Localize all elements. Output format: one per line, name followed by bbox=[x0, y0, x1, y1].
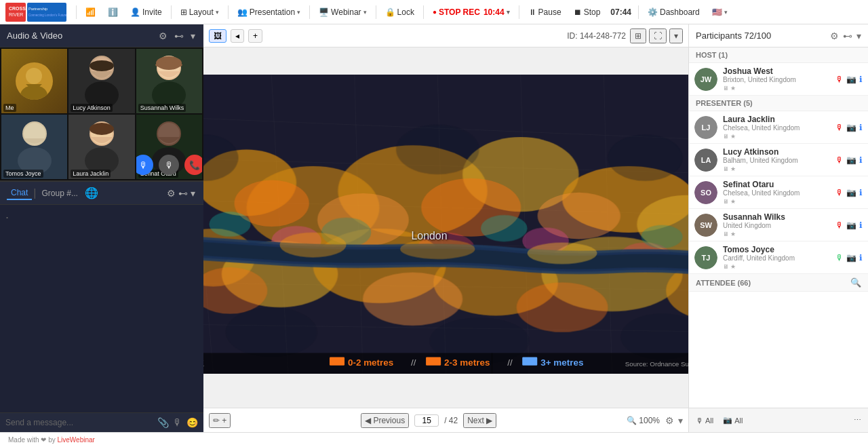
svg-text:Connecting London's Future Tog: Connecting London's Future Together bbox=[28, 14, 66, 17]
video-joshua[interactable]: 📷 bbox=[846, 75, 856, 84]
next-button[interactable]: Next ▶ bbox=[463, 413, 496, 428]
presentation-button[interactable]: 👥 Presentation ▾ bbox=[233, 5, 305, 19]
pause-button[interactable]: ⏸ Pause bbox=[524, 5, 566, 19]
mic-joshua[interactable]: 🎙 bbox=[835, 75, 844, 84]
slide-id: ID: 144-248-772 bbox=[567, 31, 626, 41]
badge-star: ★ bbox=[730, 85, 736, 92]
end-call-button[interactable]: 📞 bbox=[184, 155, 202, 175]
chat-messages: · bbox=[0, 205, 203, 412]
svg-text:CROSS: CROSS bbox=[9, 6, 26, 11]
location-lucy: Balham, United Kingdom bbox=[723, 157, 830, 164]
tab-chat[interactable]: Chat bbox=[7, 187, 32, 200]
video-label-tomos: Tomos Joyce bbox=[3, 170, 43, 178]
svg-rect-87 bbox=[522, 357, 537, 366]
video-susannah[interactable]: 📷 bbox=[846, 220, 856, 230]
flag-button[interactable]: 🇺🇸 ▾ bbox=[707, 5, 732, 19]
layout-button[interactable]: ⊞ Layout ▾ bbox=[176, 5, 224, 19]
chat-expand-icon[interactable]: ⊷ bbox=[177, 187, 189, 200]
mic-input-icon[interactable]: 🎙 bbox=[173, 417, 182, 428]
svg-text://: // bbox=[411, 357, 416, 368]
participant-row-susannah: SW Susannah Wilks United Kingdom 🖥 ★ 🎙 📷… bbox=[689, 209, 868, 241]
dashboard-button[interactable]: ⚙️ Dashboard bbox=[643, 5, 705, 19]
info-lucy: Lucy Atkinson Balham, United Kingdom 🖥 ★ bbox=[723, 147, 830, 172]
mic-active-tomos[interactable]: 🎙 bbox=[835, 253, 844, 263]
chat-input[interactable] bbox=[5, 418, 153, 427]
settings-footer-icon[interactable]: ⚙ bbox=[665, 415, 674, 426]
chat-settings-icon[interactable]: ⚙ bbox=[165, 187, 177, 200]
tab-group[interactable]: Group #... bbox=[38, 187, 82, 199]
expand-icon[interactable]: ⊷ bbox=[173, 29, 185, 43]
avatar-sefinat: SO bbox=[694, 181, 717, 204]
info-laura-icon[interactable]: ℹ bbox=[859, 123, 863, 132]
page-input[interactable] bbox=[414, 414, 439, 427]
mic-lucy[interactable]: 🎙 bbox=[835, 155, 844, 165]
livewebinar-link[interactable]: LiveWebinar bbox=[57, 436, 94, 444]
svg-point-8 bbox=[26, 68, 42, 84]
flag-caret: ▾ bbox=[724, 9, 728, 16]
pointer-button[interactable]: ◂ bbox=[231, 29, 244, 43]
annotation-button[interactable]: ✏ + bbox=[209, 413, 231, 428]
more-options-button[interactable]: ▾ bbox=[669, 28, 683, 43]
add-tool-button[interactable]: + bbox=[248, 29, 262, 43]
participants-expand-icon[interactable]: ⊷ bbox=[843, 31, 852, 41]
participants-collapse-icon[interactable]: ▾ bbox=[856, 31, 861, 41]
stop-button[interactable]: ⏹ Stop bbox=[569, 5, 606, 19]
camera-action-button[interactable]: 🎙 bbox=[159, 155, 179, 175]
chat-section: Chat | Group #... 🌐 ⚙ ⊷ ▾ · 📎 🎙 😊 bbox=[0, 180, 203, 432]
invite-button[interactable]: 👤 Invite bbox=[125, 5, 167, 19]
avatar-laura: LJ bbox=[694, 116, 717, 139]
video-sefinat[interactable]: 📷 bbox=[846, 188, 856, 197]
lock-button[interactable]: 🔒 Lock bbox=[380, 5, 419, 19]
audio-video-section: Audio & Video ⚙ ⊷ ▾ bbox=[0, 24, 203, 180]
info-lucy-icon[interactable]: ℹ bbox=[859, 155, 863, 165]
stop-rec-button[interactable]: ● STOP REC 10:44 ▾ bbox=[428, 5, 515, 19]
wifi-button[interactable]: 📶 bbox=[81, 5, 100, 19]
mic-susannah[interactable]: 🎙 bbox=[835, 220, 844, 230]
nav-divider-6 bbox=[423, 5, 424, 19]
top-navigation: CROSS RIVER Partnership Connecting Londo… bbox=[0, 0, 868, 24]
more-footer-icon[interactable]: ▾ bbox=[678, 415, 683, 426]
mic-sefinat[interactable]: 🎙 bbox=[835, 188, 844, 197]
grid-view-button[interactable]: ⊞ bbox=[630, 28, 646, 43]
avatar-lucy: LA bbox=[694, 149, 717, 172]
name-joshua: Joshua West bbox=[723, 66, 830, 76]
image-tool-button[interactable]: 🖼 bbox=[209, 29, 226, 43]
info-button[interactable]: ℹ️ bbox=[103, 5, 123, 19]
participants-settings-icon[interactable]: ⚙ bbox=[830, 31, 839, 41]
chat-collapse-icon[interactable]: ▾ bbox=[189, 187, 197, 200]
svg-text:London: London bbox=[411, 230, 447, 241]
stop-icon: ⏹ bbox=[574, 7, 582, 17]
info-tomos-icon[interactable]: ℹ bbox=[859, 253, 863, 263]
svg-rect-1 bbox=[27, 3, 66, 22]
participants-header-icons: ⚙ ⊷ ▾ bbox=[830, 31, 861, 41]
lock-icon: 🔒 bbox=[385, 7, 395, 17]
participant-row-laura: LJ Laura Jacklin Chelsea, United Kingdom… bbox=[689, 111, 868, 144]
video-lucy[interactable]: 📷 bbox=[846, 155, 856, 165]
info-joshua-icon[interactable]: ℹ bbox=[859, 75, 863, 84]
info-sefinat-icon[interactable]: ℹ bbox=[859, 188, 863, 197]
prev-button[interactable]: ◀ Previous bbox=[361, 413, 409, 428]
video-laura[interactable]: 📷 bbox=[846, 123, 856, 132]
webinar-button[interactable]: 🖥️ Webinar ▾ bbox=[314, 5, 371, 19]
mic-laura[interactable]: 🎙 bbox=[835, 123, 844, 132]
video-footer-icon: 📷 bbox=[723, 416, 732, 425]
all-video-button[interactable]: 📷 All bbox=[723, 416, 743, 425]
all-mic-button[interactable]: 🎙 All bbox=[696, 416, 713, 425]
attachment-icon[interactable]: 📎 bbox=[157, 417, 169, 428]
slide-top-bar bbox=[203, 47, 688, 75]
more-footer-button[interactable]: ⋯ bbox=[854, 416, 861, 425]
mic-action-button[interactable]: 🎙 bbox=[136, 155, 154, 175]
settings-icon[interactable]: ⚙ bbox=[157, 29, 169, 43]
fullscreen-button[interactable]: ⛶ bbox=[649, 28, 667, 43]
host-section-header: HOST (1) bbox=[689, 47, 868, 63]
emoji-icon[interactable]: 😊 bbox=[186, 417, 198, 428]
nav-divider-8 bbox=[638, 5, 639, 19]
video-tomos[interactable]: 📷 bbox=[846, 253, 856, 263]
participants-header: Participants 72/100 ⚙ ⊷ ▾ bbox=[689, 24, 868, 47]
audio-video-controls: ⚙ ⊷ ▾ bbox=[157, 29, 197, 43]
attendee-search-icon[interactable]: 🔍 bbox=[850, 277, 861, 288]
svg-text:esri UK: esri UK bbox=[203, 358, 204, 368]
info-susannah: Susannah Wilks United Kingdom 🖥 ★ bbox=[723, 212, 830, 237]
collapse-icon[interactable]: ▾ bbox=[189, 29, 197, 43]
info-susannah-icon[interactable]: ℹ bbox=[859, 220, 863, 230]
